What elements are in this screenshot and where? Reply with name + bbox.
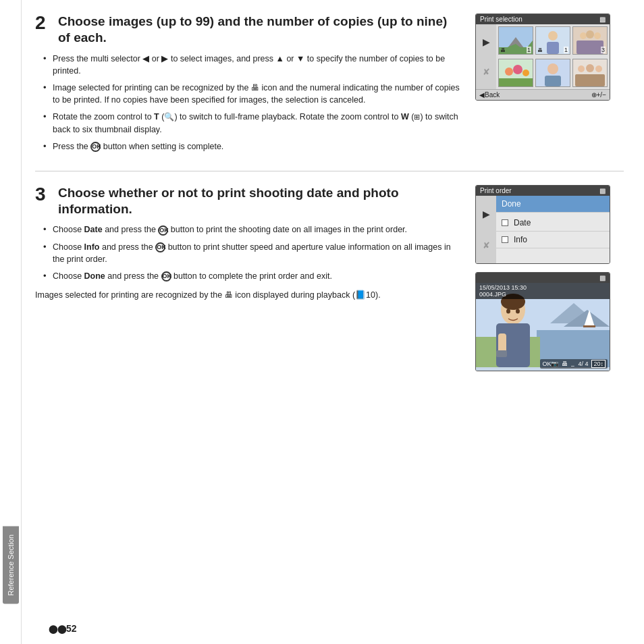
- svg-rect-24: [575, 74, 605, 86]
- bullet-2-4: Press the OK button when setting is comp…: [42, 140, 462, 153]
- print-selection-screen: Print selection ▩ ▶ ✘: [475, 14, 610, 101]
- ok-icon-3a: OK: [158, 225, 168, 236]
- po-y-icon: ✘: [483, 240, 490, 250]
- ps-row-1: 🖶 1 🖶 1: [496, 24, 610, 57]
- svg-rect-19: [545, 76, 561, 86]
- po-info-checkbox[interactable]: [502, 236, 508, 243]
- thumb-3: 3: [572, 26, 608, 55]
- step-3-header: 3 Choose whether or not to print shootin…: [35, 185, 462, 217]
- svg-point-21: [578, 65, 585, 72]
- section-3-right: Print order ▩ ▶ ✘ Done: [475, 185, 624, 378]
- thumb-6: [572, 59, 608, 87]
- pb-ok: OK📷: [542, 360, 558, 367]
- svg-point-36: [516, 308, 520, 313]
- svg-rect-6: [547, 42, 559, 54]
- ok-icon-3c: OK: [161, 271, 171, 281]
- sidebar-label: Reference Section: [3, 527, 19, 604]
- pb-date: 15/05/2013 15:30: [479, 284, 527, 291]
- footer-num: 52: [66, 623, 77, 634]
- svg-point-18: [547, 63, 558, 74]
- section-2-left: 2 Choose images (up to 99) and the numbe…: [35, 14, 475, 157]
- po-date-checkbox[interactable]: [502, 219, 508, 226]
- step-2-bullets: Press the multi selector ◀ or ▶ to selec…: [42, 53, 462, 153]
- thumb-portrait2-svg: [536, 59, 570, 86]
- bullet-2-3: Rotate the zoom control to T (🔍) to swit…: [42, 111, 462, 136]
- po-grid: ▶ ✘ Done Date: [476, 196, 610, 263]
- po-item-info[interactable]: Info: [496, 232, 610, 248]
- main-content: 2 Choose images (up to 99) and the numbe…: [22, 0, 644, 644]
- svg-point-5: [548, 31, 558, 41]
- step-2-title: Choose images (up to 99) and the number …: [58, 14, 462, 46]
- svg-point-9: [586, 30, 594, 38]
- ps-back: ◀Back: [479, 91, 500, 99]
- bullet-2-1: Press the multi selector ◀ or ▶ to selec…: [42, 53, 462, 77]
- sidebar: Reference Section: [0, 0, 22, 644]
- svg-point-10: [594, 32, 601, 39]
- pb-space: ⎯: [571, 360, 574, 367]
- po-icon-col: ▶ ✘: [476, 196, 496, 263]
- po-info-label: Info: [514, 235, 527, 244]
- po-done-label: Done: [502, 199, 521, 209]
- thumb-1-icon: 🖶: [500, 47, 506, 53]
- po-battery: ▩: [599, 187, 606, 194]
- thumb-2-num: 1: [564, 47, 568, 53]
- pb-body: 15/05/2013 15:30 0004.JPG: [476, 283, 610, 371]
- step-3-title: Choose whether or not to print shooting …: [58, 185, 462, 217]
- section-3-left: 3 Choose whether or not to print shootin…: [35, 185, 475, 378]
- pb-count: 4/ 4: [578, 360, 588, 367]
- po-titlebar: Print order ▩: [476, 186, 610, 196]
- step-2-number: 2: [35, 14, 51, 32]
- inline-note: Images selected for printing are recogni…: [35, 289, 462, 301]
- print-order-screen: Print order ▩ ▶ ✘ Done: [475, 185, 610, 264]
- ps-titlebar: Print selection ▩: [476, 14, 610, 24]
- po-item-date[interactable]: Date: [496, 213, 610, 232]
- svg-point-15: [522, 70, 529, 76]
- step-2-header: 2 Choose images (up to 99) and the numbe…: [35, 14, 462, 46]
- thumb-1: 🖶 1: [498, 26, 533, 55]
- thumb-1-num: 1: [527, 47, 531, 53]
- ok-icon-3b: OK: [155, 242, 165, 252]
- thumb-4: [498, 59, 533, 87]
- section-3: 3 Choose whether or not to print shootin…: [35, 185, 624, 392]
- ps-y-icon: ✘: [483, 67, 490, 77]
- step-3-number: 3: [35, 185, 51, 204]
- ps-play-icon: ▶: [483, 36, 490, 47]
- thumb-2: 🖶 1: [535, 26, 570, 55]
- section-2-right: Print selection ▩ ▶ ✘: [475, 14, 624, 157]
- ps-battery: ▩: [599, 16, 606, 23]
- pb-overlay: OK📷 🖶 ⎯ 4/ 4 20↕: [540, 359, 608, 369]
- svg-point-35: [506, 308, 510, 313]
- ps-row-2: [496, 57, 610, 89]
- thumb-flowers-svg: [499, 59, 533, 86]
- thumb-3-num: 3: [601, 47, 606, 53]
- page-footer: ⬤⬤52: [49, 623, 624, 634]
- thumb-2-icon: 🖶: [537, 47, 543, 53]
- svg-point-23: [595, 65, 602, 72]
- pb-battery: ▩: [599, 274, 606, 281]
- thumb-5: [535, 59, 570, 87]
- po-menu-col: Done Date Info: [496, 196, 610, 263]
- pb-info-bar: 15/05/2013 15:30 0004.JPG: [476, 283, 610, 299]
- playback-screen: ▩ 15/05/2013 15:30 0004.JPG: [475, 272, 610, 371]
- pb-titlebar: ▩: [476, 273, 610, 283]
- ps-thumbnails-area: 🖶 1 🖶 1: [496, 24, 610, 89]
- ps-icon-col: ▶ ✘: [476, 24, 496, 89]
- ps-plusminus: ⊕+/−: [591, 91, 606, 99]
- step-3-bullets: Choose Date and press the OK button to p…: [42, 223, 462, 282]
- svg-rect-16: [499, 78, 533, 86]
- po-item-done[interactable]: Done: [496, 196, 610, 213]
- bullet-3-1: Choose Date and press the OK button to p…: [42, 223, 462, 236]
- po-date-label: Date: [514, 218, 531, 227]
- footer-page-num: ⬤⬤52: [49, 623, 77, 634]
- svg-point-8: [580, 32, 587, 39]
- svg-point-22: [586, 64, 594, 72]
- svg-point-14: [513, 65, 522, 74]
- bullet-3-3: Choose Done and press the OK button to c…: [42, 270, 462, 282]
- bullet-2-2: Image selected for printing can be recog…: [42, 82, 462, 107]
- pb-print-count: 20↕: [591, 360, 606, 368]
- thumb-portraits3-svg: [573, 59, 607, 86]
- svg-rect-11: [576, 41, 603, 54]
- svg-rect-38: [496, 350, 507, 357]
- svg-point-13: [505, 68, 513, 76]
- ps-title: Print selection: [480, 16, 522, 23]
